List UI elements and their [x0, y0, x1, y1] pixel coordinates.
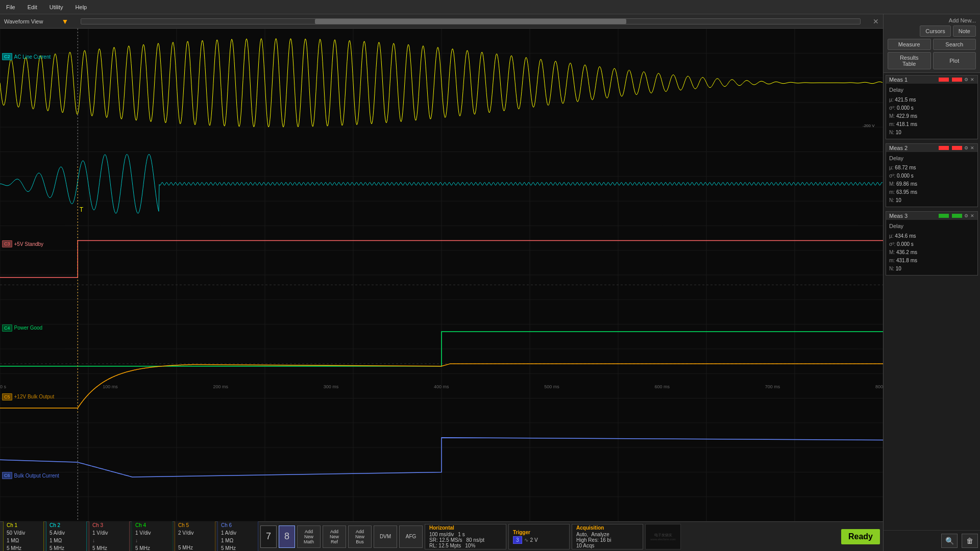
number-8-button[interactable]: 8	[279, 525, 295, 548]
meas2-close-icon[interactable]: ✕	[970, 145, 974, 151]
meas3-close-icon[interactable]: ✕	[970, 213, 974, 218]
add-new-ref-button[interactable]: Add New Ref	[323, 525, 346, 548]
close-waveform-icon[interactable]: ✕	[873, 17, 879, 26]
add-new-bus-button[interactable]: Add New Bus	[348, 525, 372, 548]
results-table-button[interactable]: Results Table	[888, 52, 931, 69]
dvm-button[interactable]: DVM	[374, 525, 397, 548]
meas2-color1	[939, 146, 949, 150]
meas3-settings-icon[interactable]: ⚙	[964, 213, 968, 218]
cursors-button[interactable]: Cursors	[920, 26, 951, 37]
meas1-header: Meas 1 ⚙ ✕	[886, 76, 977, 84]
add-new-math-button[interactable]: Add New Math	[297, 525, 321, 548]
waveform-canvas	[0, 29, 883, 521]
menu-help[interactable]: Help	[69, 2, 93, 12]
measure-button[interactable]: Measure	[888, 39, 931, 50]
note-button[interactable]: Note	[953, 26, 976, 37]
trigger-marker: T	[80, 206, 83, 213]
ch3-info[interactable]: Ch 3 1 V/div ↓ 5 MHz	[89, 519, 130, 552]
meas3-title: Meas 3	[889, 213, 937, 219]
main-layout: Waveform View ▼ ✕ C2 AC Line Current C3 …	[0, 14, 980, 551]
acquisition-section[interactable]: Acquisition Auto, Analyze High Res: 16 b…	[572, 524, 643, 549]
meas1-close-icon[interactable]: ✕	[970, 77, 974, 82]
meas2-block: Meas 2 ⚙ ✕ Delay µ: 68.72 ms σ²: 0.000 s…	[886, 143, 978, 208]
meas1-block: Meas 1 ⚙ ✕ Delay µ: 421.5 ms σ²: 0.000 s…	[886, 75, 978, 139]
meas1-color2	[952, 78, 962, 82]
plot-button[interactable]: Plot	[933, 52, 976, 69]
meas2-body: Delay µ: 68.72 ms σ²: 0.000 s M: 69.86 m…	[886, 152, 977, 207]
meas2-color2	[952, 146, 962, 150]
menu-utility[interactable]: Utility	[43, 2, 69, 12]
horizontal-section[interactable]: Horizontal 100 ms/div 1 s SR: 12.5 MS/s …	[425, 524, 506, 549]
meas1-body: Delay µ: 421.5 ms σ²: 0.000 s M: 422.9 m…	[886, 84, 977, 139]
ch5-label: C5 +12V Bulk Output	[2, 393, 54, 400]
ch2-info[interactable]: Ch 2 5 A/div 1 MΩ 5 MHz	[46, 519, 87, 552]
add-new-label: Add New...	[886, 16, 978, 24]
afg-button[interactable]: AFG	[399, 525, 423, 548]
right-panel-bottom: 🔍 🗑	[884, 530, 980, 551]
meas3-color1	[939, 214, 949, 218]
measurements-section: Meas 1 ⚙ ✕ Delay µ: 421.5 ms σ²: 0.000 s…	[884, 73, 980, 530]
meas1-color1	[939, 78, 949, 82]
ch6-label: C6 Bulk Output Current	[2, 472, 59, 479]
ch5-info[interactable]: Ch 5 2 V/div 5 MHz	[175, 519, 215, 551]
menu-file[interactable]: File	[0, 2, 21, 12]
bottom-bar: Ch 1 50 V/div 1 MΩ 5 MHz Ch 2 5 A/div 1 …	[0, 521, 883, 551]
meas1-title: Meas 1	[889, 77, 937, 83]
waveform-title: Waveform View	[4, 18, 43, 24]
meas2-settings-icon[interactable]: ⚙	[964, 145, 968, 151]
meas1-settings-icon[interactable]: ⚙	[964, 77, 968, 82]
ch3-label: C3 +5V Standby	[2, 240, 43, 247]
ch2-label: C2 AC Line Current	[2, 53, 51, 60]
menu-bar: File Edit Utility Help	[0, 0, 980, 14]
add-new-section: Add New... Cursors Note Measure Search R…	[884, 14, 980, 73]
meas2-title: Meas 2	[889, 145, 937, 151]
ready-button[interactable]: Ready	[841, 529, 880, 544]
ch4-label: C4 Power Good	[2, 324, 42, 332]
logo-watermark: 电子发烧友 www.elecfans.com	[645, 524, 681, 549]
search-button[interactable]: Search	[933, 39, 976, 50]
number-7-button[interactable]: 7	[260, 525, 277, 548]
meas3-body: Delay µ: 434.6 ms σ²: 0.000 s M: 436.2 m…	[886, 220, 977, 275]
ch4-info[interactable]: Ch 4 1 V/div ↓ 5 MHz	[132, 519, 173, 552]
meas3-block: Meas 3 ⚙ ✕ Delay µ: 434.6 ms σ²: 0.000 s…	[886, 211, 978, 276]
meas3-color2	[952, 214, 962, 218]
trigger-section[interactable]: Trigger 3 ∿ 2 V	[508, 524, 570, 549]
waveform-titlebar: Waveform View ▼ ✕	[0, 14, 883, 29]
delete-icon[interactable]: 🗑	[962, 534, 978, 548]
waveform-area: Waveform View ▼ ✕ C2 AC Line Current C3 …	[0, 14, 883, 551]
meas2-header: Meas 2 ⚙ ✕	[886, 144, 977, 152]
ch6-info[interactable]: Ch 6 1 A/div 1 MΩ 5 MHz	[217, 519, 258, 552]
meas3-header: Meas 3 ⚙ ✕	[886, 212, 977, 220]
ch1-info[interactable]: Ch 1 50 V/div 1 MΩ 5 MHz	[3, 519, 44, 552]
right-panel: Add New... Cursors Note Measure Search R…	[883, 14, 980, 551]
menu-edit[interactable]: Edit	[21, 2, 43, 12]
waveform-display[interactable]: C2 AC Line Current C3 +5V Standby C4 Pow…	[0, 29, 883, 521]
waveform-scrollbar[interactable]	[81, 18, 861, 24]
zoom-in-icon[interactable]: 🔍	[941, 534, 958, 548]
